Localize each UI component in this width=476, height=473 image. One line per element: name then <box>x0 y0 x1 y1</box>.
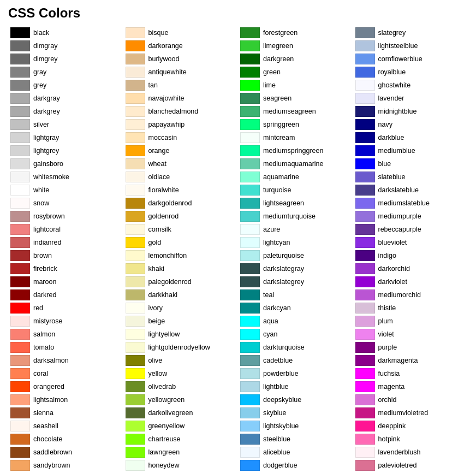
color-swatch <box>126 27 145 38</box>
color-name: firebrick <box>33 265 57 273</box>
color-name: dimgray <box>33 42 57 50</box>
color-item: slateblue <box>353 170 468 184</box>
color-name: black <box>33 29 49 37</box>
color-name: darkcyan <box>263 304 291 312</box>
color-swatch <box>355 381 375 392</box>
color-swatch <box>240 342 260 353</box>
color-name: mintcream <box>263 134 295 141</box>
color-swatch <box>10 303 30 314</box>
color-name: teal <box>263 291 274 299</box>
color-item: snow <box>8 197 123 210</box>
color-swatch <box>10 40 30 51</box>
color-item: cadetblue <box>238 354 353 367</box>
color-swatch <box>126 421 145 431</box>
color-item: darksalmon <box>8 354 123 367</box>
color-swatch <box>126 394 145 405</box>
color-item: mediumaquamarine <box>238 157 353 170</box>
color-swatch <box>240 106 260 117</box>
color-swatch <box>240 211 260 222</box>
color-name: coral <box>33 370 48 377</box>
color-name: orange <box>148 147 170 155</box>
color-swatch <box>10 172 30 182</box>
color-name: violet <box>378 330 394 338</box>
color-swatch <box>355 224 375 235</box>
color-item: darkturquoise <box>238 341 353 354</box>
color-item: lightseagreen <box>238 197 353 210</box>
color-swatch <box>355 355 375 366</box>
color-item: darkmagenta <box>353 354 468 367</box>
color-item: cornsilk <box>123 223 239 236</box>
color-name: skyblue <box>263 409 286 417</box>
color-name: yellow <box>148 370 168 377</box>
color-name: lightgoldenrodyellow <box>148 344 210 351</box>
color-swatch <box>126 289 145 300</box>
color-item: yellowgreen <box>123 393 239 406</box>
color-item: darkslategray <box>238 262 353 275</box>
color-name: cyan <box>263 330 277 338</box>
color-swatch <box>355 158 375 169</box>
color-swatch <box>240 447 260 458</box>
color-item: mediumspringgreen <box>238 144 353 157</box>
color-name: olivedrab <box>148 383 176 391</box>
color-name: slategrey <box>378 29 406 37</box>
color-name: purple <box>378 344 397 351</box>
color-name: khaki <box>148 265 164 273</box>
color-name: indianred <box>33 239 61 246</box>
color-swatch <box>126 250 145 261</box>
color-name: forestgreen <box>263 29 297 37</box>
color-item: darkviolet <box>353 275 468 288</box>
color-item: paleturquoise <box>238 249 353 262</box>
color-name: darkslategrey <box>263 278 304 286</box>
color-swatch <box>10 329 30 340</box>
color-item: mistyrose <box>8 315 123 328</box>
color-item: darkorchid <box>353 262 468 275</box>
color-swatch <box>10 447 30 458</box>
color-swatch <box>355 407 375 418</box>
color-swatch <box>240 381 260 392</box>
color-swatch <box>10 342 30 353</box>
color-name: darkolivegreen <box>148 409 193 417</box>
color-item: seagreen <box>238 92 353 105</box>
color-item: forestgreen <box>238 26 353 39</box>
color-name: sienna <box>33 409 53 417</box>
color-name: mediumaquamarine <box>263 160 323 168</box>
color-swatch <box>240 316 260 327</box>
color-swatch <box>10 106 30 117</box>
color-item: cyan <box>238 328 353 341</box>
color-name: mediumspringgreen <box>263 147 323 155</box>
color-item: fuchsia <box>353 367 468 380</box>
color-item: gold <box>123 236 239 249</box>
page-title: CSS Colors <box>8 5 468 21</box>
color-name: lightcoral <box>33 226 61 233</box>
color-swatch <box>240 460 260 471</box>
color-item: lightyellow <box>123 328 239 341</box>
color-name: darkslategray <box>263 265 304 273</box>
color-name: turquoise <box>263 186 291 194</box>
color-swatch <box>126 329 145 340</box>
color-name: silver <box>33 121 49 128</box>
color-name: orangered <box>33 383 64 391</box>
color-swatch <box>126 368 145 379</box>
color-item: silver <box>8 118 123 131</box>
color-name: brown <box>33 252 52 259</box>
color-swatch <box>126 224 145 235</box>
color-item: darkgreen <box>238 52 353 66</box>
color-item: teal <box>238 288 353 301</box>
color-swatch <box>240 132 260 143</box>
color-item: skyblue <box>238 406 353 419</box>
color-item: blue <box>353 157 468 170</box>
color-name: navajowhite <box>148 94 185 102</box>
color-item: blanchedalmond <box>123 105 239 118</box>
color-name: beige <box>148 317 165 325</box>
color-item: seashell <box>8 419 123 433</box>
color-item: plum <box>353 315 468 328</box>
color-swatch <box>355 342 375 353</box>
color-name: darkmagenta <box>378 357 418 364</box>
color-item: ghostwhite <box>353 79 468 92</box>
color-item: rebeccapurple <box>353 223 468 236</box>
color-swatch <box>126 158 145 169</box>
color-name: lime <box>263 81 276 89</box>
color-swatch <box>126 434 145 445</box>
color-swatch <box>240 434 260 445</box>
color-swatch <box>355 447 375 458</box>
